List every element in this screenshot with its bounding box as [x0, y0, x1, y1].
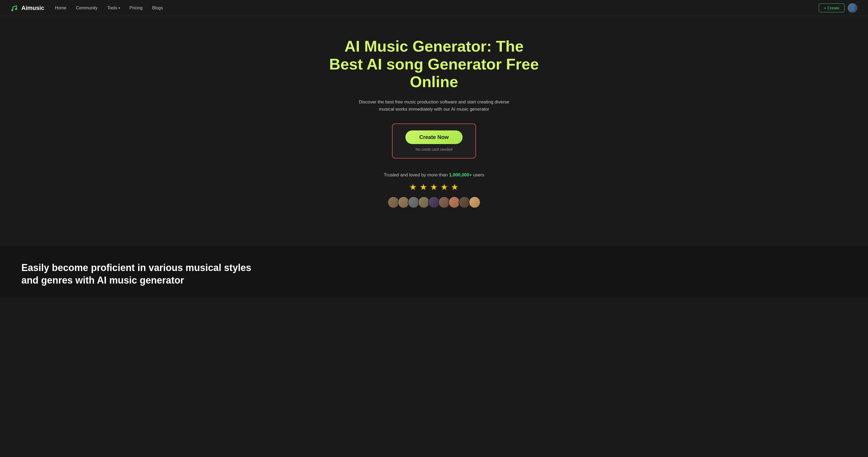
star-3: ★	[430, 182, 438, 192]
nav-link-pricing[interactable]: Pricing	[130, 6, 143, 10]
trust-text: Trusted and loved by more than 1,000,000…	[384, 172, 484, 178]
bottom-title: Easily become proficient in various musi…	[21, 262, 262, 287]
hero-title: AI Music Generator: The Best AI song Gen…	[327, 37, 541, 91]
nav-item-pricing[interactable]: Pricing	[130, 6, 143, 10]
hero-subtitle: Discover the best free music production …	[354, 98, 514, 113]
nav-link-blogs[interactable]: Blogs	[152, 6, 163, 10]
navbar-right: + Create 👤	[819, 3, 857, 13]
star-4: ★	[440, 182, 448, 192]
user-avatar-button[interactable]: 👤	[848, 3, 857, 13]
navbar-left: Aimusic Home Community Tools ▾ Pricing B…	[11, 4, 163, 12]
logo[interactable]: Aimusic	[11, 4, 44, 12]
nav-link-community[interactable]: Community	[76, 6, 97, 10]
star-2: ★	[420, 182, 427, 192]
nav-item-community[interactable]: Community	[76, 6, 97, 10]
user-icon: 👤	[849, 5, 856, 11]
user-avatar-9	[469, 196, 480, 208]
logo-text: Aimusic	[21, 4, 44, 11]
star-5: ★	[451, 182, 459, 192]
svg-point-1	[11, 9, 13, 11]
nav-links: Home Community Tools ▾ Pricing Blogs	[55, 6, 163, 10]
chevron-down-icon: ▾	[118, 6, 120, 10]
logo-icon	[11, 4, 19, 12]
header-create-button[interactable]: + Create	[819, 3, 844, 12]
trust-section: Trusted and loved by more than 1,000,000…	[384, 172, 484, 208]
no-credit-card-text: No credit card needed	[415, 147, 453, 152]
star-1: ★	[409, 182, 417, 192]
nav-item-blogs[interactable]: Blogs	[152, 6, 163, 10]
bottom-section: Easily become proficient in various musi…	[0, 246, 868, 298]
cta-box: Create Now No credit card needed	[392, 123, 476, 158]
hero-section: AI Music Generator: The Best AI song Gen…	[0, 16, 868, 246]
nav-item-tools[interactable]: Tools ▾	[107, 6, 120, 10]
user-count: 1,000,000+	[449, 172, 472, 178]
stars-row: ★ ★ ★ ★ ★	[409, 182, 459, 192]
navbar: Aimusic Home Community Tools ▾ Pricing B…	[0, 0, 868, 16]
nav-item-home[interactable]: Home	[55, 6, 66, 10]
nav-link-tools[interactable]: Tools ▾	[107, 6, 120, 10]
svg-point-2	[15, 8, 17, 10]
nav-link-home[interactable]: Home	[55, 6, 66, 10]
create-now-button[interactable]: Create Now	[405, 130, 463, 144]
user-avatars-row	[388, 196, 480, 208]
